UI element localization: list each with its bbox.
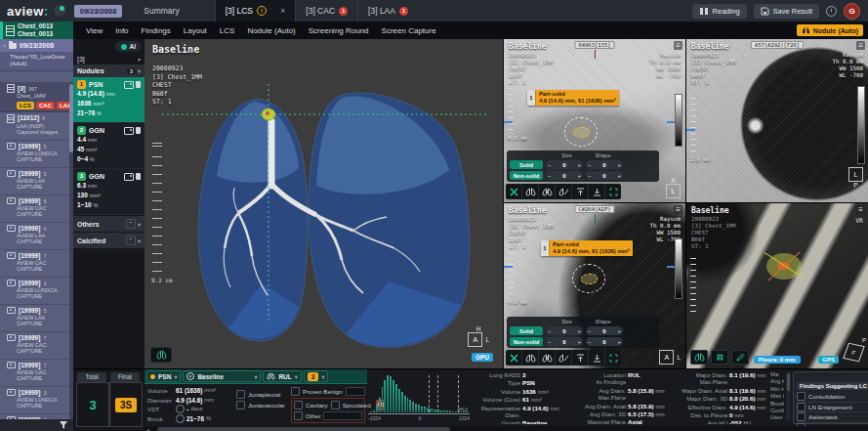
nonsolid-size-stepper[interactable]: −0+ bbox=[546, 337, 583, 346]
checkbox[interactable] bbox=[797, 403, 806, 411]
menu-item[interactable]: View bbox=[86, 26, 103, 35]
series-item[interactable]: [19999] 7 AVIEW CAC CAPTURE bbox=[0, 360, 69, 387]
location-dropdown[interactable]: RUL▾ bbox=[263, 370, 301, 382]
grayscale-bar[interactable] bbox=[675, 238, 682, 299]
detail-icon[interactable] bbox=[136, 81, 141, 88]
lung-mask-tool[interactable] bbox=[522, 184, 539, 199]
grid-tool[interactable] bbox=[711, 350, 728, 365]
finding-checkbox-row[interactable]: Atelectasis bbox=[797, 412, 868, 423]
checkbox[interactable] bbox=[236, 401, 245, 409]
capture-icon[interactable] bbox=[124, 173, 134, 181]
series-item[interactable]: [19999] 5 AVIEW LAA CAPTURE bbox=[0, 168, 69, 195]
solid-size-stepper[interactable]: −0+ bbox=[546, 326, 583, 335]
finding-checkbox-row[interactable]: Consolidation bbox=[797, 392, 868, 403]
expand-tool[interactable] bbox=[605, 350, 621, 366]
view-menu-icon[interactable]: ≡ bbox=[674, 205, 682, 214]
study-description[interactable]: Thorax^05_LowDose (Adult) bbox=[0, 52, 73, 71]
series-item[interactable]: [19999] 5 AVIEW LAA CAPTURE bbox=[0, 305, 69, 332]
view-menu-icon[interactable]: ≡ bbox=[856, 41, 865, 50]
score-dropdown[interactable]: 3▾ bbox=[304, 370, 329, 382]
detail-icon[interactable] bbox=[136, 127, 141, 134]
others-section-header[interactable]: Others − ▾ bbox=[73, 216, 145, 232]
nodule-list-item[interactable]: 2 GGN 4.4 mm 45 mm³ 0~4 % bbox=[73, 123, 145, 169]
viewport-3d[interactable]: Baseline 20080923[3] Chest_1MMCHESTB60fS… bbox=[145, 39, 503, 368]
info-icon[interactable] bbox=[176, 414, 185, 423]
nonsolid-shape-stepper[interactable]: −0+ bbox=[586, 171, 623, 180]
series-item[interactable]: [19999] 3 AVIEW LUNGCA CAPTURE bbox=[0, 387, 69, 414]
checkbox[interactable] bbox=[797, 392, 806, 401]
series-item[interactable]: [19999] 6 AVIEW LAA CAPTURE bbox=[0, 223, 69, 250]
patient-card[interactable]: Chest_0013 Chest_0013 bbox=[0, 22, 76, 39]
viewport-zoom[interactable]: Baseline 457(A292)[F28] ≡ 20080923[3] Ch… bbox=[686, 39, 868, 202]
nodule-annotation[interactable]: 1 Part-solid4.9 (14.6) mm, 61 (1636) mm³ bbox=[541, 240, 633, 256]
scrollbar-thumb[interactable] bbox=[157, 427, 450, 431]
proven-benign-row[interactable]: Proven Benign bbox=[291, 386, 365, 397]
nodules-section-header[interactable]: Nodules 3 ▾ bbox=[73, 65, 145, 77]
series-item[interactable]: [19999] 5 AVIEW LUNGCA CAPTURE bbox=[0, 141, 69, 168]
capture-icon[interactable] bbox=[124, 127, 134, 135]
user-avatar[interactable]: G bbox=[844, 3, 860, 20]
view-menu-icon[interactable]: ≡ bbox=[674, 41, 682, 50]
series-item[interactable]: [3] 367 Chest_1MM LCSCACLAA bbox=[0, 82, 69, 112]
tab-lcs[interactable]: [3] LCS ! × bbox=[215, 0, 296, 22]
history-clock-icon[interactable] bbox=[826, 6, 837, 17]
study-date-badge[interactable]: 09/23/2008 bbox=[74, 5, 123, 18]
stats-scrollbar[interactable] bbox=[786, 371, 791, 420]
lung-region-tool[interactable] bbox=[539, 350, 556, 366]
cut-tool[interactable] bbox=[506, 184, 522, 199]
flag-checkbox-row[interactable]: Juxtavascular bbox=[236, 400, 285, 410]
view-menu-icon[interactable]: ≡ bbox=[856, 205, 865, 214]
viewport-vr[interactable]: Baseline ≡ VR 20080923[3] Chest_1MMCHEST… bbox=[686, 203, 868, 368]
series-filter-dropdown[interactable]: [3] ▾ bbox=[73, 54, 145, 65]
nodule-roi-circle[interactable] bbox=[572, 264, 605, 293]
menu-item[interactable]: Info bbox=[115, 26, 128, 35]
reading-button[interactable]: Reading bbox=[692, 4, 747, 19]
nodule-list-item[interactable]: 1 PSN 4.9 (14.6) mm 1636 mm³ 21~76 % bbox=[73, 77, 145, 123]
viewport-axial[interactable]: Baseline 64963[135] ≡ 20080923[3] Chest_… bbox=[504, 39, 685, 202]
cavitary-spiculated-row[interactable]: Cavitary Spiculated 4X bbox=[294, 400, 362, 410]
checkbox[interactable] bbox=[294, 411, 303, 420]
nonsolid-size-stepper[interactable]: −0+ bbox=[546, 171, 583, 180]
nodule-roi-circle[interactable] bbox=[564, 117, 598, 147]
menu-item[interactable]: Screen Capture bbox=[382, 26, 436, 35]
tab-cac[interactable]: [3] CAC 1 bbox=[295, 0, 357, 22]
solid-shape-stepper[interactable]: −0+ bbox=[586, 326, 623, 335]
info-icon[interactable] bbox=[176, 405, 185, 413]
viewport-coronal[interactable]: Baseline C#264(A2P) ≡ 20080923[3] Chest_… bbox=[504, 203, 685, 368]
grayscale-bar[interactable] bbox=[857, 86, 865, 164]
series-item[interactable]: [19999] 7 AVIEW CAC CAPTURE bbox=[0, 250, 69, 278]
calcified-section-header[interactable]: Calcified − ▾ bbox=[73, 233, 145, 248]
grow-up-tool[interactable] bbox=[572, 350, 589, 366]
save-result-button[interactable]: Save Result bbox=[754, 4, 819, 19]
menu-item[interactable]: Nodule (Auto) bbox=[247, 26, 295, 35]
menu-item[interactable]: Layout bbox=[184, 26, 207, 35]
lung-view-toggle[interactable] bbox=[150, 347, 172, 363]
lung-mask-tool[interactable] bbox=[522, 350, 539, 366]
ai-toggle[interactable]: AI bbox=[115, 41, 143, 52]
solid-button[interactable]: Solid bbox=[510, 326, 543, 335]
cut-tool[interactable] bbox=[506, 350, 522, 366]
tab-laa[interactable]: [3] LAA 1 bbox=[357, 0, 418, 22]
menu-item[interactable]: LCS bbox=[220, 26, 235, 35]
orientation-cube[interactable]: F bbox=[843, 343, 865, 363]
finding-checkbox-row[interactable]: LN Enlargement bbox=[797, 403, 868, 413]
solid-shape-stepper[interactable]: −0+ bbox=[586, 160, 623, 169]
collapse-icon[interactable]: − bbox=[126, 236, 136, 245]
final-box[interactable]: 3S bbox=[109, 382, 143, 427]
solid-size-stepper[interactable]: −0+ bbox=[546, 160, 583, 169]
proven-benign-field[interactable] bbox=[346, 387, 365, 396]
lung-display-tool[interactable] bbox=[690, 350, 708, 365]
series-item[interactable]: [19999] 7 AVIEW CAC CAPTURE bbox=[0, 332, 69, 360]
other-row[interactable]: Other bbox=[294, 410, 362, 421]
checkbox[interactable] bbox=[797, 412, 806, 421]
bottom-scrollbar[interactable]: ◂ bbox=[145, 426, 868, 431]
checkbox[interactable] bbox=[236, 390, 245, 399]
grow-down-tool[interactable] bbox=[589, 350, 605, 366]
lung-edit-tool[interactable] bbox=[556, 350, 572, 366]
grayscale-bar[interactable] bbox=[675, 94, 682, 147]
nonsolid-shape-stepper[interactable]: −0+ bbox=[586, 337, 623, 346]
nodule-annotation[interactable]: 1 Part-solid4.9 (14.6) mm, 61 (1636) mm³ bbox=[527, 90, 619, 106]
study-date-row[interactable]: ▾ 09/23/2008 bbox=[0, 39, 73, 52]
other-field[interactable] bbox=[323, 411, 362, 420]
lung-region-tool[interactable] bbox=[539, 184, 556, 199]
